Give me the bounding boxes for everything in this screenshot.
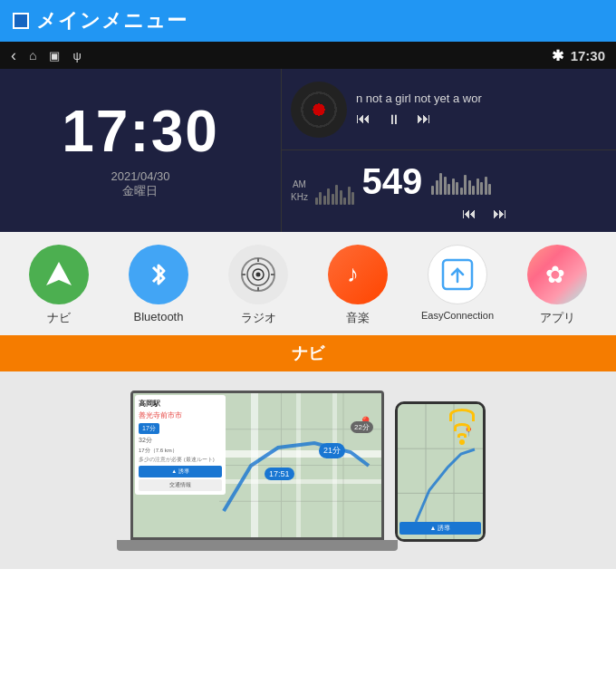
app-button[interactable]: ✿ — [527, 245, 587, 304]
bluetooth-icon — [142, 258, 175, 291]
phone-route-btn: ▲ 誘導 — [399, 522, 481, 535]
music-label: 音楽 — [346, 310, 370, 326]
music-button[interactable]: ♪ — [328, 245, 388, 304]
app-item-radio: ラジオ — [217, 245, 299, 326]
app-item-navi: ナビ — [18, 245, 100, 326]
svg-point-4 — [256, 273, 261, 277]
radio-button[interactable] — [228, 245, 288, 304]
header: メインメニュー — [0, 0, 616, 42]
map-eta-bubble2: 21分 — [319, 443, 345, 458]
easy-connection-button[interactable] — [428, 245, 487, 304]
status-bar: ‹ ⌂ ▣ ψ ✱ 17:30 — [0, 42, 616, 69]
svg-marker-0 — [46, 262, 72, 285]
map-distance: 17分（7.6 km） — [139, 447, 222, 455]
radio-panel: AM KHz 549 — [282, 150, 616, 232]
map-grid — [219, 393, 384, 537]
car-screen: ‹ ⌂ ▣ ψ ✱ 17:30 17:30 2021/04/30 金曜日 — [0, 42, 616, 335]
radio-next-button[interactable]: ⏭ — [493, 206, 507, 222]
navi-icon — [43, 258, 75, 291]
radio-icon — [236, 252, 281, 297]
music-title: n not a girl not yet a wor — [356, 92, 607, 105]
map-traffic-button[interactable]: 交通情報 — [139, 479, 222, 491]
laptop-base — [117, 540, 398, 551]
navi-label: ナビ — [47, 310, 71, 326]
bluetooth-status-icon: ✱ — [552, 47, 563, 64]
map-label1: 22分 — [351, 421, 373, 433]
music-prev-button[interactable]: ⏮ — [356, 111, 371, 127]
map-eta-bubble: 17:51 — [265, 468, 294, 480]
app-label: アプリ — [540, 310, 575, 326]
app-item-music: ♪ 音楽 — [317, 245, 399, 326]
main-content: 17:30 2021/04/30 金曜日 n not a girl not ye… — [0, 69, 616, 232]
clock-display: 17:30 — [62, 102, 219, 160]
bluetooth-label: Bluetooth — [134, 310, 184, 323]
app-item-app: ✿ アプリ — [516, 245, 598, 326]
app-icons-row: ナビ Bluetooth — [0, 232, 616, 335]
home-icon[interactable]: ⌂ — [29, 48, 36, 63]
window-icon[interactable]: ▣ — [49, 49, 60, 63]
music-controls: ⏮ ⏸ ⏭ — [356, 111, 607, 127]
map-time-badge: 17分 — [139, 423, 159, 434]
easy-connection-icon — [439, 256, 476, 293]
radio-band-label: AM KHz — [291, 178, 308, 204]
map-destination-title: 高岡駅 — [139, 399, 222, 409]
laptop-screen: 📍 17:51 21分 22分 — [130, 391, 384, 540]
menu-icon — [13, 13, 29, 29]
svg-text:♪: ♪ — [347, 260, 359, 287]
music-play-button[interactable]: ⏸ — [387, 111, 400, 127]
clock-separator: : — [130, 99, 150, 164]
music-next-button[interactable]: ⏭ — [417, 111, 431, 127]
right-panels: n not a girl not yet a wor ⏮ ⏸ ⏭ AM KHz — [281, 69, 616, 232]
status-time: 17:30 — [571, 48, 605, 63]
radio-waveform-right — [431, 168, 491, 195]
usb-icon: ψ — [72, 49, 81, 63]
navi-preview: 📍 17:51 21分 22分 — [0, 371, 616, 569]
music-info: n not a girl not yet a wor ⏮ ⏸ ⏭ — [356, 92, 607, 127]
app-item-bluetooth: Bluetooth — [118, 245, 199, 323]
map-info-extra: 多少の注意が必要 (最速ルート) — [139, 456, 222, 464]
app-icon: ✿ — [541, 258, 573, 291]
app-item-easy: EasyConnection — [417, 245, 498, 321]
map-container: 📍 17:51 21分 22分 — [130, 391, 486, 551]
radio-inner: 549 — [361, 161, 607, 222]
map-info-row1: 32分 — [139, 436, 222, 445]
map-side-panel: 高岡駅 善光寺前市市 17分 32分 17分（7.6 km） 多少の注意が必要 … — [135, 395, 226, 495]
wifi-dot — [459, 439, 465, 445]
clock-panel: 17:30 2021/04/30 金曜日 — [0, 69, 281, 232]
status-left: ‹ ⌂ ▣ ψ — [11, 46, 82, 65]
clock-hour: 17 — [62, 99, 130, 164]
radio-waveform-left — [315, 178, 355, 205]
easy-label: EasyConnection — [421, 310, 494, 321]
navi-section-header: ナビ — [0, 335, 616, 371]
radio-frequency: 549 — [361, 161, 422, 202]
laptop-device: 📍 17:51 21分 22分 — [130, 391, 384, 551]
radio-label: ラジオ — [241, 310, 276, 326]
clock-date: 2021/04/30 金曜日 — [111, 169, 169, 199]
bluetooth-button[interactable] — [129, 245, 188, 304]
music-icon: ♪ — [342, 258, 374, 291]
navi-button[interactable] — [29, 245, 89, 304]
header-title: メインメニュー — [36, 7, 188, 34]
navi-section-title: ナビ — [292, 344, 324, 362]
radio-frequency-row: 549 — [361, 161, 607, 202]
clock-minute: 30 — [151, 99, 219, 164]
status-right: ✱ 17:30 — [552, 47, 605, 64]
back-button[interactable]: ‹ — [11, 46, 16, 65]
radio-prev-button[interactable]: ⏮ — [462, 206, 476, 222]
radio-controls: ⏮ ⏭ — [361, 206, 607, 222]
music-panel: n not a girl not yet a wor ⏮ ⏸ ⏭ — [282, 69, 616, 150]
map-origin: 善光寺前市市 — [139, 410, 222, 420]
svg-text:✿: ✿ — [545, 261, 565, 288]
map-background: 📍 17:51 21分 22分 — [133, 393, 381, 537]
vinyl-record — [291, 82, 347, 138]
wifi-signal — [449, 409, 475, 445]
map-route-button[interactable]: ▲ 誘導 — [139, 466, 222, 477]
